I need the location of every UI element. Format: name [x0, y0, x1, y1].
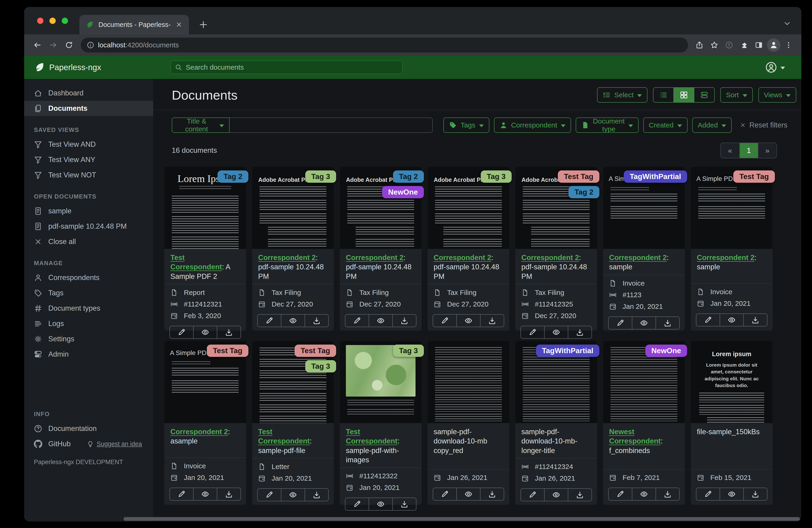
download-button[interactable]	[305, 314, 329, 327]
back-button[interactable]	[30, 38, 45, 52]
user-menu[interactable]	[765, 61, 785, 73]
download-button[interactable]	[217, 488, 241, 501]
filter-added-button[interactable]: Added	[692, 117, 732, 133]
tab-search-chevron-icon[interactable]	[783, 19, 791, 27]
view-button[interactable]	[368, 314, 393, 327]
view-button[interactable]	[193, 488, 217, 501]
correspondent-link[interactable]: Newest Correspondent	[609, 428, 661, 445]
new-tab-button[interactable]	[199, 20, 208, 29]
suggest-idea-link[interactable]: Suggest an idea	[87, 441, 142, 448]
correspondent-link[interactable]: Correspondent 2	[609, 254, 667, 262]
view-button[interactable]	[544, 488, 568, 501]
view-button[interactable]	[720, 313, 744, 327]
tag-badge[interactable]: Tag 3	[305, 170, 336, 183]
browser-menu-icon[interactable]	[782, 38, 795, 52]
view-button[interactable]	[720, 488, 744, 501]
forward-button[interactable]	[46, 38, 60, 52]
edit-button[interactable]	[696, 488, 720, 501]
edit-button[interactable]	[170, 488, 193, 501]
window-minimize-button[interactable]	[49, 18, 56, 24]
sidebar-item-documentation[interactable]: Documentation	[24, 421, 153, 436]
view-button[interactable]	[193, 326, 217, 339]
filter-field-selector[interactable]: Title & content	[172, 117, 230, 133]
sidebar-item-settings[interactable]: Settings	[24, 331, 153, 347]
filter-correspondent-button[interactable]: Correspondent	[494, 117, 571, 133]
filter-created-button[interactable]: Created	[643, 117, 687, 133]
sidebar-item-document-types[interactable]: Document types	[24, 301, 153, 316]
download-button[interactable]	[743, 313, 767, 327]
filter-text-input[interactable]	[230, 117, 433, 133]
edit-button[interactable]	[520, 326, 545, 339]
download-button[interactable]	[743, 488, 767, 501]
tag-badge[interactable]: TagWithPartial	[536, 345, 599, 357]
view-button[interactable]	[456, 488, 480, 501]
correspondent-link[interactable]: Correspondent 2	[521, 254, 579, 262]
window-zoom-button[interactable]	[62, 18, 68, 24]
pagination-next-button[interactable]: »	[758, 143, 777, 158]
view-mode-list-button[interactable]	[653, 87, 674, 103]
edit-button[interactable]	[608, 488, 632, 501]
tag-badge[interactable]: TagWithPartial	[624, 170, 687, 183]
tag-badge[interactable]: Tag 3	[305, 360, 336, 372]
tab-close-icon[interactable]	[175, 21, 183, 28]
view-mode-grid-button[interactable]	[673, 87, 694, 103]
document-thumbnail[interactable]: Lorem ipsumLorem ipsum dolor sit amet, c…	[691, 341, 772, 423]
edit-button[interactable]	[257, 488, 281, 501]
address-bar[interactable]: localhost:4200/documents	[81, 38, 688, 53]
reset-filters-button[interactable]: Reset filters	[740, 121, 787, 129]
sidebar-item-dashboard[interactable]: Dashboard	[24, 85, 153, 101]
bookmark-star-icon[interactable]	[708, 38, 721, 52]
sidebar-item-sample[interactable]: sample	[24, 203, 153, 219]
view-button[interactable]	[281, 314, 305, 327]
view-button[interactable]	[632, 316, 656, 329]
window-close-button[interactable]	[37, 18, 43, 24]
sidebar-item-admin[interactable]: Admin	[24, 347, 153, 362]
edit-button[interactable]	[433, 488, 457, 501]
view-button[interactable]	[632, 488, 656, 501]
search-input[interactable]	[185, 63, 398, 72]
tag-badge[interactable]: Tag 3	[481, 170, 512, 183]
document-thumbnail[interactable]	[427, 341, 509, 423]
edit-button[interactable]	[608, 316, 632, 329]
download-button[interactable]	[392, 314, 417, 327]
tag-badge[interactable]: NewOne	[382, 186, 424, 198]
edit-button[interactable]	[345, 314, 369, 327]
tag-badge[interactable]: NewOne	[645, 345, 687, 357]
pagination-page-1[interactable]: 1	[739, 143, 758, 158]
tag-badge[interactable]: Tag 2	[568, 186, 599, 198]
download-button[interactable]	[217, 326, 241, 339]
sidebar-item-correspondents[interactable]: Correspondents	[24, 270, 153, 285]
view-button[interactable]	[281, 488, 305, 501]
correspondent-link[interactable]: Test Correspondent	[170, 254, 222, 271]
sidebar-item-github[interactable]: GitHubSuggest an idea	[24, 436, 153, 452]
correspondent-link[interactable]: Correspondent 2	[258, 254, 316, 262]
view-mode-detail-button[interactable]	[694, 87, 715, 103]
sort-button[interactable]: Sort	[720, 87, 753, 103]
sidebar-item-documents[interactable]: Documents	[24, 101, 153, 116]
sidebar-item-test-view-any[interactable]: Test View ANY	[24, 152, 153, 167]
edit-button[interactable]	[520, 488, 545, 501]
browser-profile-avatar[interactable]	[767, 38, 780, 52]
view-button[interactable]	[368, 498, 393, 511]
pagination-prev-button[interactable]: «	[721, 143, 739, 158]
horizontal-scrollbar[interactable]	[124, 517, 800, 521]
view-button[interactable]	[544, 326, 568, 339]
correspondent-link[interactable]: Test Correspondent	[346, 428, 397, 445]
filter-document-type-button[interactable]: Document type	[576, 117, 639, 133]
download-button[interactable]	[305, 488, 329, 501]
browser-tab[interactable]: Documents - Paperless-ngx	[79, 15, 189, 34]
tag-badge[interactable]: Tag 2	[218, 170, 248, 183]
correspondent-link[interactable]: Test Correspondent	[258, 428, 310, 445]
side-panel-icon[interactable]	[752, 38, 766, 52]
sidebar-item-test-view-and[interactable]: Test View AND	[24, 137, 153, 152]
edit-button[interactable]	[170, 326, 193, 339]
correspondent-link[interactable]: Correspondent 2	[170, 428, 228, 436]
edit-button[interactable]	[345, 498, 369, 511]
download-button[interactable]	[392, 498, 417, 511]
extensions-puzzle-icon[interactable]	[737, 38, 751, 52]
select-button[interactable]: Select	[597, 87, 648, 103]
download-button[interactable]	[655, 316, 680, 329]
download-button[interactable]	[568, 326, 592, 339]
edit-button[interactable]	[696, 313, 720, 327]
sidebar-item-tags[interactable]: Tags	[24, 285, 153, 301]
